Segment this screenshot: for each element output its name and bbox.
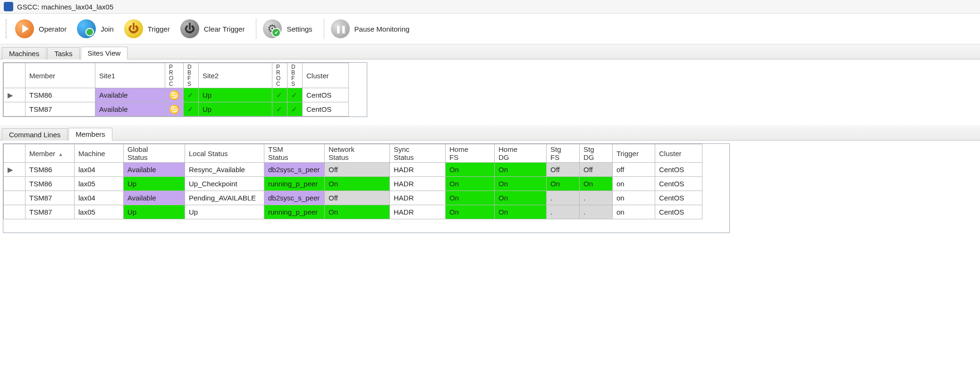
- sites-panel: Member Site1 PROC DBFS Site2 PROC DBFS C…: [3, 62, 367, 117]
- cell-network-status: Off: [325, 163, 390, 177]
- pause-monitoring-button[interactable]: Pause Monitoring: [329, 17, 416, 40]
- operator-icon: [15, 19, 34, 38]
- col-tsm-status[interactable]: TSMStatus: [264, 144, 325, 163]
- titlebar: GSCC: machines_lax04_lax05: [0, 0, 980, 14]
- cell-site2: Up: [199, 88, 272, 102]
- col-stg-dg[interactable]: StgDG: [580, 144, 613, 163]
- table-row[interactable]: ▶TSM86Available♋✓Up✓✓CentOS: [4, 88, 349, 102]
- col-home-fs[interactable]: HomeFS: [446, 144, 495, 163]
- trigger-button[interactable]: Trigger: [122, 17, 177, 40]
- cell-stg-dg: .: [580, 191, 613, 205]
- cell-local-status: Pending_AVAILABLE: [185, 191, 264, 205]
- cell-global-status: Available: [124, 191, 185, 205]
- cell-dbfs1: ✓: [184, 88, 199, 102]
- col-cluster[interactable]: Cluster: [655, 144, 702, 163]
- col-dbfs2[interactable]: DBFS: [287, 63, 303, 88]
- tab-members[interactable]: Members: [68, 128, 112, 141]
- col-machine[interactable]: Machine: [75, 144, 124, 163]
- cell-global-status: Up: [124, 205, 185, 219]
- app-icon: [4, 2, 13, 11]
- col-site1[interactable]: Site1: [95, 63, 165, 88]
- cell-proc2: ✓: [272, 88, 287, 102]
- cell-cluster: CentOS: [655, 177, 702, 191]
- cell-trigger: on: [613, 191, 655, 205]
- tabstrip-bottom: Command Lines Members: [0, 125, 980, 141]
- cell-cluster: CentOS: [655, 191, 702, 205]
- col-network-status[interactable]: NetworkStatus: [325, 144, 390, 163]
- col-site2[interactable]: Site2: [199, 63, 272, 88]
- cell-member: TSM86: [25, 177, 75, 191]
- cell-global-status: Available: [124, 163, 185, 177]
- table-row[interactable]: ▶TSM86lax04AvailableResync_Availabledb2s…: [4, 163, 702, 177]
- settings-button[interactable]: Settings: [261, 17, 319, 40]
- cell-stg-fs: .: [547, 205, 580, 219]
- col-member[interactable]: Member: [25, 63, 95, 88]
- cell-home-dg: On: [495, 191, 547, 205]
- settings-label: Settings: [287, 25, 312, 33]
- toolbar-separator: [256, 18, 256, 39]
- cell-global-status: Up: [124, 177, 185, 191]
- col-trigger[interactable]: Trigger: [613, 144, 655, 163]
- cell-home-fs: On: [446, 191, 495, 205]
- join-button[interactable]: Join: [75, 17, 120, 40]
- cell-site2: Up: [199, 102, 272, 116]
- cell-home-fs: On: [446, 163, 495, 177]
- table-row[interactable]: TSM87lax05UpUprunning_p_peerOnHADROnOn..…: [4, 205, 702, 219]
- pause-icon: [331, 19, 350, 38]
- cell-stg-fs: .: [547, 191, 580, 205]
- cell-local-status: Up: [185, 205, 264, 219]
- tab-command-lines[interactable]: Command Lines: [2, 128, 68, 141]
- cell-cluster: CentOS: [303, 88, 349, 102]
- sites-header-row: Member Site1 PROC DBFS Site2 PROC DBFS C…: [4, 63, 349, 88]
- col-cluster[interactable]: Cluster: [303, 63, 349, 88]
- members-panel: Member▲ Machine GlobalStatus Local Statu…: [3, 143, 730, 233]
- cell-dbfs2: ✓: [287, 102, 303, 116]
- col-home-dg[interactable]: HomeDG: [495, 144, 547, 163]
- cell-tsm-status: running_p_peer: [264, 205, 325, 219]
- cell-member: TSM86: [25, 88, 95, 102]
- cell-network-status: On: [325, 205, 390, 219]
- tab-tasks[interactable]: Tasks: [47, 47, 79, 59]
- cell-cluster: CentOS: [655, 163, 702, 177]
- col-member[interactable]: Member▲: [25, 144, 75, 163]
- col-proc2[interactable]: PROC: [272, 63, 287, 88]
- col-local-status[interactable]: Local Status: [185, 144, 264, 163]
- cell-trigger: off: [613, 163, 655, 177]
- clear-trigger-button[interactable]: Clear Trigger: [178, 17, 252, 40]
- cell-dbfs1: ✓: [184, 102, 199, 116]
- cell-tsm-status: db2sysc_s_peer: [264, 163, 325, 177]
- col-rowheader[interactable]: [4, 144, 25, 163]
- cell-sync-status: HADR: [390, 205, 446, 219]
- cell-stg-dg: On: [580, 177, 613, 191]
- cell-dbfs2: ✓: [287, 88, 303, 102]
- cell-trigger: on: [613, 205, 655, 219]
- col-rowheader[interactable]: [4, 63, 25, 88]
- cell-network-status: On: [325, 177, 390, 191]
- trigger-icon: [124, 19, 143, 38]
- table-row[interactable]: TSM87lax04AvailablePending_AVAILABLEdb2s…: [4, 191, 702, 205]
- cell-cluster: CentOS: [655, 205, 702, 219]
- cell-machine: lax04: [75, 163, 124, 177]
- settings-icon: [263, 19, 282, 38]
- cell-member: TSM87: [25, 205, 75, 219]
- table-row[interactable]: TSM87Available♋✓Up✓✓CentOS: [4, 102, 349, 116]
- operator-button[interactable]: Operator: [13, 17, 73, 40]
- pause-monitoring-label: Pause Monitoring: [355, 25, 410, 33]
- cell-proc1: ♋: [165, 102, 184, 116]
- col-global-status[interactable]: GlobalStatus: [124, 144, 185, 163]
- col-proc1[interactable]: PROC: [165, 63, 184, 88]
- table-row[interactable]: TSM86lax05UpUp_Checkpointrunning_p_peerO…: [4, 177, 702, 191]
- cell-machine: lax05: [75, 177, 124, 191]
- cell-stg-dg: Off: [580, 163, 613, 177]
- cell-sync-status: HADR: [390, 191, 446, 205]
- members-grid[interactable]: Member▲ Machine GlobalStatus Local Statu…: [3, 144, 702, 219]
- tab-sites-view[interactable]: Sites View: [81, 47, 128, 59]
- cell-stg-fs: Off: [547, 163, 580, 177]
- tab-machines[interactable]: Machines: [2, 47, 46, 59]
- col-stg-fs[interactable]: StgFS: [547, 144, 580, 163]
- col-dbfs1[interactable]: DBFS: [184, 63, 199, 88]
- col-sync-status[interactable]: SyncStatus: [390, 144, 446, 163]
- cell-member: TSM87: [25, 191, 75, 205]
- sites-grid[interactable]: Member Site1 PROC DBFS Site2 PROC DBFS C…: [3, 63, 349, 116]
- cell-stg-fs: On: [547, 177, 580, 191]
